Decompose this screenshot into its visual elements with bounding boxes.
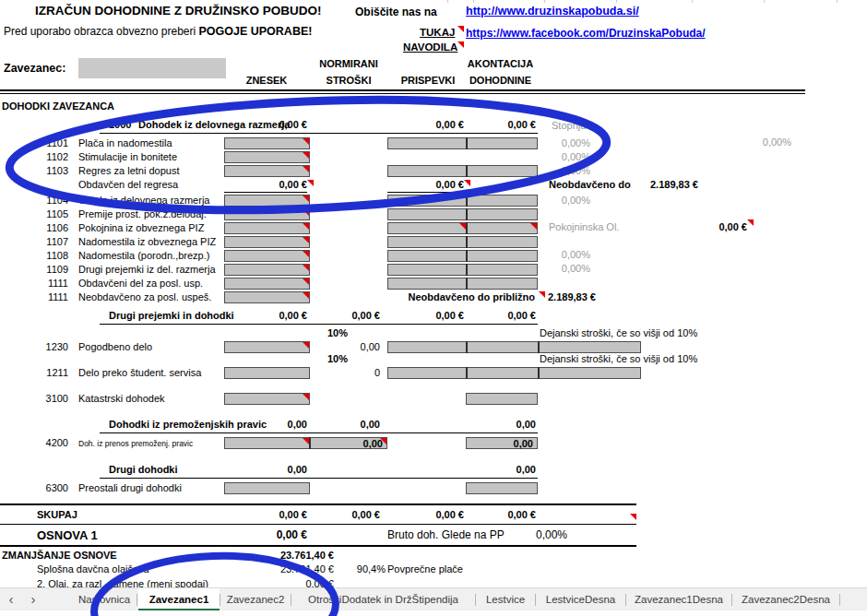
- comment-marker: [630, 514, 636, 520]
- prispevki-akontacija-dejanski-input[interactable]: [387, 367, 641, 379]
- row-label: Doh. iz prenos premoženj. pravic: [78, 439, 193, 448]
- comment-marker: [464, 180, 470, 186]
- bruto-label: Bruto doh. Glede na PP: [387, 528, 505, 541]
- row-label: Obdavčen del regresa: [78, 179, 178, 190]
- tab-separator: [220, 594, 220, 606]
- row-code: 1106: [37, 222, 68, 233]
- website-link[interactable]: http://www.druzinskapobuda.si/: [466, 5, 639, 18]
- tab-lestvice[interactable]: Lestvice: [477, 588, 534, 611]
- skupaj-row: SKUPAJ 0,00 € 0,00 € 0,00 € 0,00 €: [0, 509, 867, 523]
- tab-zavezanec2desna[interactable]: Zavezanec2Desna: [733, 588, 838, 611]
- znesek-input[interactable]: [224, 236, 310, 248]
- znesek-input[interactable]: [224, 222, 310, 234]
- tab-separator: [535, 594, 536, 606]
- prispevki-total: 0,00 €: [390, 509, 464, 520]
- prispevki-akontacija-input[interactable]: [387, 236, 538, 248]
- tab-separator: [731, 594, 732, 606]
- normirani-total: 0,00 €: [304, 509, 380, 520]
- znesek-input[interactable]: [224, 291, 310, 303]
- znesek-input[interactable]: [224, 137, 310, 149]
- section-underline: [100, 120, 538, 134]
- col-stroski: STROŠKI: [314, 75, 384, 86]
- grid-tick: [544, 0, 545, 3]
- comment-marker: [457, 26, 464, 32]
- znesek-total: 0,00 €: [224, 509, 307, 520]
- terms-link[interactable]: POGOJE UPORABE!: [198, 25, 312, 38]
- row-label: Nadomestila iz obveznega PIZ: [78, 236, 216, 247]
- col-znesek: ZNESEK: [224, 75, 309, 86]
- row-code: 1105: [37, 208, 68, 219]
- prispevki-akontacija-input[interactable]: [387, 250, 538, 262]
- prispevki-akontacija-dejanski-input[interactable]: [387, 341, 641, 353]
- row-label: Nadomestila (porodn.,brezp.): [78, 250, 209, 261]
- section-underline: [100, 311, 538, 325]
- akontacija-value: 0,00: [514, 438, 533, 449]
- tab-zavezanec1desna[interactable]: Zavezanec1Desna: [627, 588, 730, 611]
- below-tab-strip: [0, 610, 867, 616]
- akontacija-input[interactable]: [466, 393, 538, 405]
- znesek-input[interactable]: [224, 278, 310, 290]
- facebook-link[interactable]: https://www.facebook.com/DruzinskaPobuda…: [466, 27, 706, 40]
- skupaj-label: SKUPAJ: [37, 509, 77, 520]
- znesek-input[interactable]: [224, 208, 310, 220]
- znesek-input[interactable]: [224, 151, 310, 163]
- row-label: Regres za letni dopust: [78, 165, 179, 176]
- tab-zavezanec2[interactable]: Zavezanec2: [221, 588, 290, 611]
- znesek-normirani-input[interactable]: 0,00: [224, 437, 387, 449]
- splosna-olajsava-row: Splošna davčna olajšava 23.761,40 € 90,4…: [0, 563, 867, 577]
- section-underline: [100, 465, 538, 479]
- osnova-label: OSNOVA 1: [37, 528, 98, 542]
- divider: [0, 503, 636, 505]
- row-code: 1211: [37, 367, 68, 378]
- znesek-input[interactable]: [224, 165, 310, 177]
- income-row-1107: 1107 Nadomestila iz obveznega PIZ: [0, 236, 867, 250]
- znesek-input[interactable]: [224, 482, 310, 494]
- znesek-input[interactable]: [224, 393, 310, 405]
- pre-usage-text: Pred uporabo obrazca obvezno preberi POG…: [4, 25, 312, 38]
- income-row-1105: 1105 Premije prost. pok.z.delodaj.: [0, 208, 867, 222]
- tab-separator: [625, 594, 626, 606]
- prispevki-akontacija-input[interactable]: [387, 264, 538, 276]
- znesek-input[interactable]: [224, 367, 310, 379]
- row-code: 1109: [37, 264, 68, 275]
- prispevki-akontacija-input[interactable]: [387, 222, 538, 234]
- prispevki-akontacija-input[interactable]: [387, 137, 538, 149]
- grid-tick: [837, 0, 837, 3]
- row-label: Splošna davčna olajšava: [37, 563, 149, 575]
- prispevki-akontacija-input[interactable]: [387, 208, 538, 220]
- page-title: IZRAČUN DOHODNINE Z DRUŽINSKO POBUDO!: [35, 4, 322, 18]
- prispevki-akontacija-input[interactable]: [387, 165, 538, 177]
- row-label: Pokojnina iz obveznega PIZ: [78, 222, 204, 233]
- akontacija-input[interactable]: [466, 482, 538, 494]
- znesek-input[interactable]: [224, 264, 310, 276]
- tab-zavezanec1[interactable]: Zavezanec1: [138, 588, 220, 611]
- prispevki-akontacija-input[interactable]: [387, 278, 538, 290]
- tab-separator: [137, 594, 137, 606]
- tab-otroskidodatek[interactable]: OtroškiDodatek in DržŠtipendija: [292, 588, 474, 611]
- row-code: 1103: [37, 165, 68, 176]
- divider: [0, 93, 805, 94]
- grid-tick: [616, 0, 617, 3]
- divider: [0, 89, 805, 91]
- znesek-input[interactable]: [224, 341, 310, 353]
- dejanski-note: Dejanski stroški, če so višji od 10%: [540, 353, 697, 364]
- zavezanec-input[interactable]: [78, 58, 226, 78]
- row-3100: 3100 Katastrski dohodek: [0, 393, 867, 407]
- tab-lestvicedesna[interactable]: LestviceDesna: [537, 588, 624, 611]
- income-row-1104: 1104 Ostalo iz delovnega razmerja: [0, 195, 867, 208]
- znesek-input[interactable]: [224, 195, 310, 207]
- tukaj-link[interactable]: TUKAJ: [420, 27, 455, 38]
- navodila-link[interactable]: NAVODILA: [403, 41, 457, 53]
- akontacija-input[interactable]: 0,00: [466, 437, 538, 449]
- row-note: Povprečne plače: [387, 563, 463, 575]
- tab-naslovnica[interactable]: Naslovnica: [74, 588, 135, 611]
- zavezanec-label: Zavezanec:: [4, 62, 65, 75]
- osnova-value: 0,00 €: [224, 528, 307, 541]
- income-row-1111b: 1111 Neobdavčeno za posl. uspeš. Neobdav…: [0, 291, 867, 305]
- prev-sheet-arrow[interactable]: ‹: [2, 588, 20, 611]
- col-akontacija: AKONTACIJA: [461, 58, 540, 69]
- next-sheet-arrow[interactable]: ›: [24, 588, 42, 611]
- divider: [0, 545, 636, 547]
- znesek-input[interactable]: [224, 250, 310, 262]
- prispevki-akontacija-input[interactable]: [387, 195, 538, 207]
